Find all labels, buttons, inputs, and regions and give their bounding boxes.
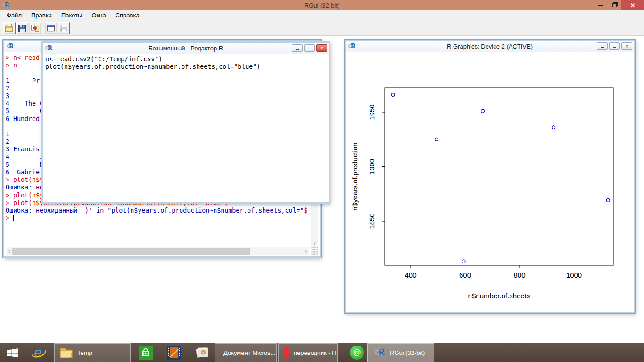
resize-grip[interactable] bbox=[311, 247, 318, 255]
taskbar-item-word[interactable]: W Документ Micros... bbox=[215, 343, 277, 362]
close-button[interactable]: ✕ bbox=[621, 0, 644, 10]
data-point bbox=[391, 93, 395, 97]
x-tick-label: 400 bbox=[405, 271, 416, 279]
console-line: > n bbox=[6, 62, 17, 69]
minimize-button[interactable] bbox=[593, 0, 607, 10]
menu-windows[interactable]: Окна bbox=[87, 10, 110, 21]
menu-bar: Файл Правка Пакеты Окна Справка bbox=[0, 10, 644, 21]
graphics-titlebar[interactable]: R R Graphics: Device 2 (ACTIVE) × bbox=[346, 41, 634, 52]
console-line: 4 J bbox=[6, 154, 43, 161]
main-titlebar: R RGui (32-bit) ✕ bbox=[0, 0, 644, 10]
save-floppy-icon bbox=[17, 24, 27, 33]
x-tick-label: 600 bbox=[459, 271, 471, 279]
graphics-close-button[interactable]: × bbox=[621, 42, 632, 50]
toolbar bbox=[0, 21, 644, 36]
console-line: 2 bbox=[6, 138, 9, 146]
console-line: 5 M bbox=[6, 161, 43, 169]
x-tick-label: 800 bbox=[513, 271, 525, 279]
internet-explorer-icon[interactable]: e bbox=[29, 343, 48, 362]
scroll-down-arrow-icon[interactable]: ∨ bbox=[311, 240, 318, 246]
x-tick-label: 1000 bbox=[566, 271, 582, 279]
graphics-minimize-button[interactable] bbox=[597, 42, 608, 50]
y-axis-label: n$years.of.production bbox=[351, 142, 359, 210]
scatter-plot: 4006008001000185019001950n$number.of.she… bbox=[346, 52, 634, 311]
y-tick-label: 1850 bbox=[368, 213, 376, 229]
windows-logo-icon bbox=[6, 346, 18, 359]
console-line: > plot(n$y bbox=[6, 192, 43, 199]
photo-gallery-icon[interactable] bbox=[193, 343, 212, 362]
scroll-thumb[interactable] bbox=[12, 248, 250, 255]
windows-store-icon[interactable] bbox=[136, 343, 155, 362]
taskbar: e Temp bbox=[0, 343, 644, 362]
data-point bbox=[435, 138, 438, 141]
data-point bbox=[606, 199, 610, 202]
taskbar-item-label: RGui (32-bit) bbox=[390, 349, 425, 356]
taskbar-item-temp[interactable]: Temp bbox=[54, 343, 131, 362]
taskbar-item-opera[interactable]: переводчик - По... bbox=[278, 343, 338, 362]
data-point bbox=[462, 260, 465, 263]
menu-packages[interactable]: Пакеты bbox=[57, 10, 87, 21]
console-line: 2 bbox=[6, 85, 9, 92]
menu-edit[interactable]: Правка bbox=[26, 10, 57, 21]
console-line: 3 Francis bbox=[6, 146, 40, 153]
save-button[interactable] bbox=[16, 22, 28, 34]
menu-file[interactable]: Файл bbox=[2, 10, 26, 21]
movie-maker-icon[interactable] bbox=[165, 343, 183, 362]
open-script-button[interactable] bbox=[3, 22, 16, 34]
taskbar-item-label: переводчик - По... bbox=[294, 349, 338, 356]
console-horizontal-scrollbar[interactable]: < > bbox=[6, 247, 309, 255]
taskbar-item-rgui[interactable]: R RGui (32-bit) bbox=[367, 343, 434, 362]
restore-button[interactable] bbox=[607, 0, 621, 10]
mdi-workspace: R > n<-read.> n1 Pr234 The C5 G6 Hundred… bbox=[0, 36, 644, 343]
data-point bbox=[552, 126, 555, 129]
editor-titlebar[interactable]: R Безымянный - Редактор R × bbox=[43, 43, 329, 54]
scroll-left-arrow-icon[interactable]: < bbox=[6, 248, 12, 254]
copy-paste-icon bbox=[30, 24, 40, 33]
graphics-window-title: R Graphics: Device 2 (ACTIVE) bbox=[346, 43, 634, 50]
svg-text:e: e bbox=[34, 345, 42, 360]
console-line: 6 Hundred bbox=[6, 115, 40, 123]
menu-help[interactable]: Справка bbox=[111, 10, 144, 21]
console-line: 6 Gabrie bbox=[6, 169, 40, 176]
console-line: Ошибка: не bbox=[6, 184, 43, 191]
main-window-title: RGui (32-bit) bbox=[0, 2, 644, 9]
y-tick-label: 1950 bbox=[368, 104, 376, 120]
console-line: > bbox=[6, 214, 14, 222]
console-line: 4 The C bbox=[6, 100, 43, 107]
r-taskbar-icon: R bbox=[375, 347, 387, 358]
print-button[interactable] bbox=[58, 22, 70, 34]
console-line: > n<-read. bbox=[6, 54, 43, 62]
console-line: > plot(n$y bbox=[6, 176, 43, 184]
opera-icon bbox=[283, 346, 290, 359]
console-window-button[interactable] bbox=[45, 22, 57, 34]
editor-code-area[interactable]: n<-read.csv2("C:/Temp/inf.csv") plot(n$y… bbox=[43, 54, 329, 71]
open-folder-icon bbox=[5, 24, 14, 33]
taskbar-item-label: Документ Micros... bbox=[223, 349, 275, 356]
scroll-track[interactable] bbox=[12, 247, 303, 255]
plot-box bbox=[385, 88, 613, 265]
graphics-restore-button[interactable] bbox=[609, 42, 620, 50]
r-console-icon: R bbox=[7, 43, 15, 50]
data-point bbox=[481, 109, 485, 113]
editor-code-line: n<-read.csv2("C:/Temp/inf.csv") bbox=[45, 56, 329, 63]
text-cursor bbox=[13, 215, 14, 221]
console-line: 5 G bbox=[6, 107, 43, 115]
window-icon bbox=[46, 24, 56, 33]
scroll-right-arrow-icon[interactable]: > bbox=[303, 248, 309, 254]
mailru-agent-icon[interactable]: @ bbox=[347, 343, 366, 362]
editor-restore-button[interactable] bbox=[304, 44, 315, 52]
printer-icon bbox=[59, 24, 68, 33]
copy-paste-button[interactable] bbox=[29, 22, 41, 34]
editor-minimize-button[interactable] bbox=[292, 44, 303, 52]
x-axis-label: n$number.of.sheets bbox=[468, 292, 530, 300]
editor-window[interactable]: R Безымянный - Редактор R × n<-read.csv2… bbox=[41, 41, 330, 204]
taskbar-item-label: Temp bbox=[77, 349, 92, 356]
folder-icon bbox=[59, 346, 74, 359]
editor-window-title: Безымянный - Редактор R bbox=[43, 45, 329, 52]
console-line: 1 bbox=[6, 131, 9, 138]
console-line: Ошибка: неожиданный ')' in "plot(n$years… bbox=[6, 207, 307, 214]
console-line: 3 bbox=[6, 92, 9, 100]
start-button[interactable] bbox=[0, 343, 25, 362]
editor-close-button[interactable]: × bbox=[316, 44, 327, 52]
graphics-window[interactable]: R R Graphics: Device 2 (ACTIVE) × 400600… bbox=[345, 40, 635, 313]
